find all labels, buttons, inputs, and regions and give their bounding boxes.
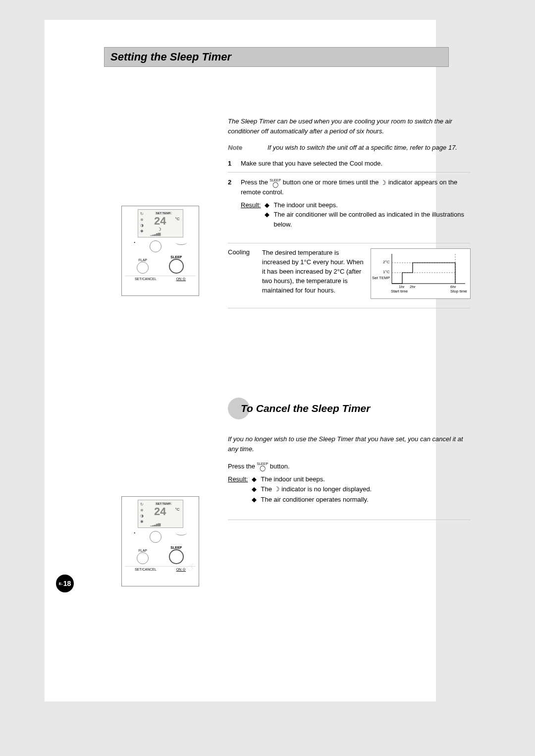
section1-intro: The Sleep Timer can be used when you are… — [228, 116, 471, 136]
section-title-bar: Setting the Sleep Timer — [104, 47, 449, 67]
page-num: 18 — [63, 580, 71, 587]
sleep-button — [169, 549, 184, 564]
sleep-label: SLEEP — [170, 546, 182, 549]
result-bullets: ◆The indoor unit beeps. ◆The air conditi… — [265, 200, 471, 230]
sec2-b2: The ☽ indicator is no longer displayed. — [261, 484, 372, 495]
ytick-2c: 2°C — [383, 260, 389, 264]
step-2-num: 2 — [228, 177, 235, 229]
remote-row-2: FLAP SLEEP — [127, 254, 194, 274]
result-label-2: Result: — [228, 474, 248, 505]
swoosh-icon — [176, 531, 187, 535]
result-b2: The air conditioner will be controlled a… — [273, 210, 471, 229]
section-title: Setting the Sleep Timer — [110, 51, 442, 63]
xtick-6hr: 6hr — [450, 285, 456, 289]
press-b: button. — [270, 463, 290, 470]
lcd-mode-icons: ↻ ❄ ◑ ✱ — [140, 212, 144, 233]
on-label: ON ⏲ — [176, 568, 186, 571]
remote-row-1: • — [127, 240, 194, 252]
remote-lcd: SET TEMP. 24 °C ↻ ❄ ◑ ✱ ▁▂▃▅▆ — [138, 500, 183, 528]
divider — [228, 520, 471, 520]
chart-stop: Stop time — [450, 290, 467, 293]
step-1-num: 1 — [228, 159, 235, 169]
flap-button — [137, 262, 149, 274]
manual-page: Setting the Sleep Timer SET TEMP. 24 °C … — [0, 0, 535, 756]
cooling-block: Cooling The desired temperature is incre… — [228, 243, 471, 308]
press-a: Press the — [228, 463, 257, 470]
remote-illustration-1: SET TEMP. 24 °C ↻ ❄ ◑ ✱ ☽ ▁▂▃▅▆ • FLA — [121, 206, 199, 296]
lcd-unit: °C — [175, 217, 180, 221]
section2-body: If you no longer wish to use the Sleep T… — [228, 434, 471, 520]
step2-b: button one or more times until the — [283, 178, 380, 186]
chart-ylabel: Set TEMP. — [372, 276, 391, 280]
press-line: Press the SLEEP◯ button. — [228, 462, 471, 471]
remote-round-button — [150, 531, 161, 543]
cooling-label: Cooling — [228, 248, 255, 256]
result-b1: The indoor unit beeps. — [273, 200, 337, 210]
step-2-body: Press the SLEEP◯ button one or more time… — [241, 177, 471, 229]
lcd-bar: ▁▂▃▅▆ — [150, 523, 160, 526]
remote-row-2: FLAP SLEEP — [127, 545, 194, 564]
content: Setting the Sleep Timer SET TEMP. 24 °C … — [45, 47, 490, 520]
left-dot: • — [134, 531, 135, 543]
auto-icon: ↻ — [140, 502, 144, 507]
moon-indicator-icon: ☽ — [380, 179, 386, 186]
left-dot: • — [134, 240, 135, 252]
diamond-bullet-icon: ◆ — [252, 484, 257, 495]
lcd-unit: °C — [175, 507, 180, 512]
lcd-temp-digits: 24 — [154, 506, 166, 519]
sleep-button-icon: SLEEP◯ — [270, 178, 281, 187]
step-1: 1 Make sure that you have selected the C… — [228, 159, 471, 173]
section2-title: To Cancel the Sleep Timer — [241, 403, 370, 414]
setcancel-label: SET/CANCEL — [135, 568, 157, 571]
snow2-icon: ✱ — [140, 520, 144, 524]
flap-button — [137, 552, 149, 564]
page-number-badge: E-18 — [56, 575, 74, 592]
moon-icon: ☽ — [157, 227, 161, 232]
sleep-label: SLEEP — [170, 255, 182, 259]
chart-start: Start time — [391, 290, 408, 293]
diamond-bullet-icon: ◆ — [252, 474, 257, 484]
on-label: ON ⏲ — [176, 277, 186, 281]
cooling-chart: 2°C 1°C Set TEMP. 1hr 2hr 6hr Start time… — [371, 248, 471, 299]
flap-label: FLAP — [138, 549, 147, 552]
sec2-b1: The indoor unit beeps. — [261, 474, 324, 484]
remote-row-1: • — [127, 531, 194, 543]
snow2-icon: ✱ — [140, 229, 144, 234]
auto-icon: ↻ — [140, 212, 144, 217]
xtick-2hr: 2hr — [410, 285, 416, 289]
result-label: Result: — [241, 200, 261, 230]
moon-indicator-icon: ☽ — [274, 485, 280, 493]
diamond-bullet-icon: ◆ — [265, 210, 269, 229]
xtick-1hr: 1hr — [399, 285, 405, 289]
remote-illustration-2: SET TEMP. 24 °C ↻ ❄ ◑ ✱ ▁▂▃▅▆ • FLAP — [121, 496, 199, 586]
lcd-mode-icons: ↻ ❄ ◑ ✱ — [140, 502, 144, 524]
note-label: Note — [228, 143, 253, 153]
sleep-button-icon: SLEEP◯ — [257, 462, 268, 471]
sleep-button — [169, 259, 184, 274]
section2-title-wrap: To Cancel the Sleep Timer — [228, 398, 490, 419]
diamond-bullet-icon: ◆ — [265, 200, 269, 210]
setcancel-label: SET/CANCEL — [135, 277, 157, 281]
sec2-bullets: ◆The indoor unit beeps. ◆ The ☽ indicato… — [252, 474, 471, 505]
remote-lcd: SET TEMP. 24 °C ↻ ❄ ◑ ✱ ☽ ▁▂▃▅▆ — [138, 209, 183, 237]
lcd-bar: ▁▂▃▅▆ — [150, 232, 160, 236]
swoosh-icon — [176, 240, 187, 245]
sec2-b3: The air conditioner operates normally. — [261, 495, 368, 505]
step-1-text: Make sure that you have selected the Coo… — [241, 159, 382, 169]
cooling-text: The desired temperature is increased by … — [262, 248, 364, 295]
note-body: If you wish to switch the unit off at a … — [268, 143, 471, 153]
note-row: Note If you wish to switch the unit off … — [228, 143, 471, 153]
fan-icon: ◑ — [140, 514, 144, 519]
ytick-1c: 1°C — [383, 270, 389, 274]
snow-icon: ❄ — [140, 218, 144, 223]
flap-label: FLAP — [138, 258, 147, 262]
remote-row-3: SET/CANCEL ON ⏲ — [125, 276, 196, 281]
step2-a: Press the — [241, 178, 270, 186]
page-num-prefix: E- — [59, 582, 63, 586]
step-2: 2 Press the SLEEP◯ button one or more ti… — [228, 177, 471, 233]
section1-body: The Sleep Timer can be used when you are… — [228, 116, 471, 233]
diamond-bullet-icon: ◆ — [252, 495, 257, 505]
remote-round-button — [150, 240, 161, 252]
fan-icon: ◑ — [140, 223, 144, 228]
lcd-settemp-label: SET TEMP. — [155, 212, 172, 215]
